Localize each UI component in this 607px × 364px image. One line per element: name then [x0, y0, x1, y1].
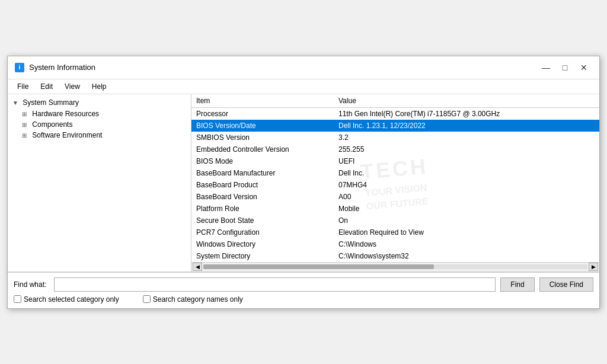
table-cell-item: BaseBoard Manufacturer	[191, 167, 334, 179]
table-row[interactable]: Processor11th Gen Intel(R) Core(TM) i7-1…	[191, 107, 599, 120]
table-cell-value: Mobile	[334, 203, 599, 215]
sidebar-item-software-environment[interactable]: ⊞ Software Environment	[10, 130, 189, 141]
table-cell-item: BaseBoard Version	[191, 191, 334, 203]
table-cell-value: Elevation Required to View	[334, 226, 599, 238]
scroll-right-button[interactable]: ▶	[589, 263, 598, 271]
table-cell-value: 3.2	[334, 132, 599, 143]
table-cell-item: BaseBoard Product	[191, 179, 334, 191]
table-cell-value: A00	[334, 191, 599, 203]
scroll-track[interactable]	[203, 264, 587, 269]
find-button[interactable]: Find	[500, 277, 534, 292]
table-row[interactable]: SMBIOS Version3.2	[191, 132, 599, 143]
table-cell-value: On	[334, 215, 599, 226]
system-summary-label: System Summary	[23, 98, 79, 107]
find-input[interactable]	[54, 277, 496, 292]
table-cell-value: C:\Windows	[334, 238, 599, 250]
search-selected-category-input[interactable]	[14, 295, 21, 303]
table-row[interactable]: PCR7 ConfigurationElevation Required to …	[191, 226, 599, 238]
table-row[interactable]: Embedded Controller Version255.255	[191, 143, 599, 155]
find-bar: Find what: Find Close Find Search select…	[8, 272, 599, 308]
title-bar-controls: — □ ✕	[538, 61, 592, 74]
table-row[interactable]: BIOS Version/DateDell Inc. 1.23.1, 12/23…	[191, 120, 599, 132]
table-row[interactable]: BaseBoard ManufacturerDell Inc.	[191, 167, 599, 179]
table-cell-item: BIOS Mode	[191, 155, 334, 167]
sidebar-item-components[interactable]: ⊞ Components	[10, 119, 189, 130]
detail-table: Item Value Processor11th Gen Intel(R) Co…	[191, 94, 599, 262]
sidebar-item-hardware-resources[interactable]: ⊞ Hardware Resources	[10, 108, 189, 119]
table-cell-value: Dell Inc. 1.23.1, 12/23/2022	[334, 120, 599, 132]
table-cell-value: 07MHG4	[334, 179, 599, 191]
table-cell-value: UEFI	[334, 155, 599, 167]
table-cell-item: System Directory	[191, 250, 334, 262]
table-cell-item: Secure Boot State	[191, 215, 334, 226]
table-row[interactable]: Secure Boot StateOn	[191, 215, 599, 226]
close-button[interactable]: ✕	[576, 61, 592, 74]
table-cell-value: 255.255	[334, 143, 599, 155]
menu-item-help[interactable]: Help	[87, 81, 111, 92]
table-row[interactable]: Windows DirectoryC:\Windows	[191, 238, 599, 250]
search-selected-label: Search selected category only	[24, 295, 119, 304]
expander-icon: ⊞	[22, 132, 30, 139]
table-cell-item: PCR7 Configuration	[191, 226, 334, 238]
maximize-button[interactable]: □	[557, 61, 573, 74]
find-label: Find what:	[14, 280, 49, 289]
menu-item-edit[interactable]: Edit	[36, 81, 57, 92]
hardware-resources-label: Hardware Resources	[32, 110, 99, 118]
horizontal-scrollbar[interactable]: ◀ ▶	[191, 262, 599, 272]
menu-item-view[interactable]: View	[60, 81, 85, 92]
table-row[interactable]: BIOS ModeUEFI	[191, 155, 599, 167]
info-table: Item Value Processor11th Gen Intel(R) Co…	[191, 94, 599, 262]
title-bar-left: i System Information	[15, 63, 95, 72]
expander-icon: ⊞	[22, 111, 30, 117]
table-cell-item: Platform Role	[191, 203, 334, 215]
main-window: i System Information — □ ✕ FileEditViewH…	[7, 56, 600, 309]
table-cell-item: Processor	[191, 107, 334, 120]
col-item-header: Item	[191, 94, 334, 108]
col-value-header: Value	[334, 94, 599, 108]
sidebar: ▼ System Summary ⊞ Hardware Resources ⊞ …	[8, 94, 191, 272]
table-cell-item: Windows Directory	[191, 238, 334, 250]
table-row[interactable]: BaseBoard VersionA00	[191, 191, 599, 203]
main-content: ▼ System Summary ⊞ Hardware Resources ⊞ …	[8, 94, 599, 272]
window-title: System Information	[29, 63, 95, 72]
table-cell-value: 11th Gen Intel(R) Core(TM) i7-1185G7 @ 3…	[334, 107, 599, 120]
checkbox-row: Search selected category only Search cat…	[14, 295, 593, 304]
table-row[interactable]: System DirectoryC:\Windows\system32	[191, 250, 599, 262]
search-category-names-checkbox[interactable]: Search category names only	[143, 295, 243, 304]
app-icon: i	[15, 63, 24, 72]
table-cell-value: Dell Inc.	[334, 167, 599, 179]
scroll-left-button[interactable]: ◀	[193, 263, 202, 271]
components-label: Components	[32, 120, 72, 129]
table-cell-item: Embedded Controller Version	[191, 143, 334, 155]
table-row[interactable]: Platform RoleMobile	[191, 203, 599, 215]
find-row: Find what: Find Close Find	[14, 277, 593, 292]
sidebar-item-system-summary[interactable]: ▼ System Summary	[10, 97, 189, 108]
scroll-thumb[interactable]	[203, 264, 434, 269]
table-cell-item: BIOS Version/Date	[191, 120, 334, 132]
search-selected-category-checkbox[interactable]: Search selected category only	[14, 295, 119, 304]
expander-icon: ▼	[12, 100, 21, 106]
title-bar: i System Information — □ ✕	[8, 56, 599, 79]
table-cell-item: SMBIOS Version	[191, 132, 334, 143]
table-row[interactable]: BaseBoard Product07MHG4	[191, 179, 599, 191]
menu-item-file[interactable]: File	[12, 81, 33, 92]
close-find-button[interactable]: Close Find	[539, 277, 593, 292]
detail-panel: TECH YOUR VISION OUR FUTURE Item Value P…	[191, 94, 599, 272]
minimize-button[interactable]: —	[538, 61, 554, 74]
search-category-names-label: Search category names only	[153, 295, 243, 304]
table-cell-value: C:\Windows\system32	[334, 250, 599, 262]
expander-icon: ⊞	[22, 122, 30, 128]
software-environment-label: Software Environment	[32, 131, 102, 139]
search-category-names-input[interactable]	[143, 295, 151, 303]
menu-bar: FileEditViewHelp	[8, 79, 599, 94]
